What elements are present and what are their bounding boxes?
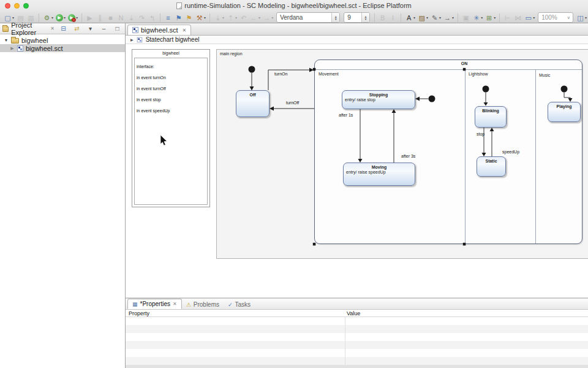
properties-table-header: Property Value — [126, 310, 588, 317]
statechart-canvas[interactable]: bigwheel interface: in event turnOn in e… — [126, 44, 588, 297]
zoom-fit-button[interactable]: ▭▾ — [524, 13, 535, 23]
view-menu-icon: ▾ — [86, 25, 94, 33]
title-separator — [315, 69, 582, 70]
fill-color-icon: ▨ — [418, 13, 426, 23]
tab-tasks[interactable]: ✓Tasks — [224, 300, 255, 309]
region-divider[interactable] — [465, 69, 466, 243]
arrange-icon: ✳ — [472, 13, 480, 23]
expander-icon[interactable]: ▶ — [10, 46, 15, 51]
definition-section[interactable]: bigwheel interface: in event turnOn in e… — [132, 49, 210, 207]
region-lightshow-label[interactable]: Lightshow — [469, 72, 488, 76]
copy-appearance-icon: ▣ — [462, 13, 470, 23]
match-size-button: ⋈ — [513, 13, 522, 23]
properties-icon: ▦ — [132, 301, 138, 307]
close-icon[interactable]: ✕ — [50, 26, 55, 31]
state-on[interactable]: ON Movement Lightshow Music — [314, 59, 582, 244]
close-icon[interactable]: ✕ — [173, 301, 177, 307]
tasks-icon: ✓ — [228, 302, 233, 308]
minimize-icon: – — [100, 25, 108, 33]
state-off[interactable]: Off — [236, 90, 270, 117]
italic-icon: I — [389, 13, 397, 23]
problems-icon: ⚠ — [186, 302, 191, 308]
close-icon[interactable]: ✕ — [183, 28, 187, 33]
definition-editor[interactable]: interface: in event turnOn in event turn… — [134, 58, 208, 205]
toggle-marker-icon: ⚑ — [175, 13, 183, 23]
project-explorer-view: Project Explorer ✕ ⊟⇄▾–□ ▼ bigwheel ▶ bi… — [0, 23, 126, 368]
prev-annotation-icon: ⇡ — [227, 13, 235, 23]
disconnect-icon: N — [117, 13, 125, 23]
sidebar-item-bigwheel[interactable]: ▼ bigwheel — [0, 36, 125, 44]
state-blinking[interactable]: Blinking — [475, 106, 507, 128]
font-color-icon: A — [405, 13, 413, 23]
maximize-icon: □ — [113, 25, 121, 33]
zoom-combo[interactable]: 100% ∨ — [538, 12, 573, 23]
open-element-icon: ≡ — [164, 13, 172, 23]
next-annotation-icon: ⇣ — [214, 13, 222, 23]
font-name-stepper[interactable]: ▲▼ — [331, 13, 339, 22]
statechart-breadcrumb[interactable]: ▶ Statechart bigwheel — [126, 36, 588, 44]
view-menu-button[interactable]: ▾ — [86, 24, 95, 34]
layout-button[interactable]: ⊞▾ — [484, 13, 496, 23]
step-return-button: ↰ — [148, 13, 157, 23]
minimize-button[interactable]: – — [99, 24, 108, 34]
font-color-button[interactable]: A▾ — [404, 13, 416, 23]
project-label: bigwheel — [21, 37, 48, 44]
line-color-button[interactable]: ✎▾ — [430, 13, 442, 23]
maximize-button[interactable]: □ — [113, 24, 122, 34]
search-button[interactable]: ⚑ — [184, 13, 194, 23]
properties-table-body[interactable] — [126, 317, 588, 368]
file-label: bigwheel.sct — [26, 45, 63, 52]
run-icon: ▶ — [56, 14, 63, 21]
bold-icon: B — [379, 13, 386, 23]
tab-bigwheel-sct[interactable]: bigwheel.sct ✕ — [127, 25, 191, 35]
horizontal-scrollbar[interactable] — [126, 365, 588, 368]
definition-text: interface: in event turnOn in event turn… — [137, 64, 170, 113]
region-music-label[interactable]: Music — [539, 73, 550, 77]
region-movement-label[interactable]: Movement — [318, 72, 339, 76]
arrange-button[interactable]: ✳▾ — [472, 13, 483, 23]
sidebar-item-bigwheel-sct[interactable]: ▶ bigwheel.sct — [0, 44, 125, 52]
search-icon: ⚑ — [185, 13, 193, 23]
open-element-button[interactable]: ≡ — [164, 13, 173, 23]
collapse-all-button[interactable]: ⊟ — [59, 24, 68, 34]
font-size-combo[interactable]: 9 ▲▼ — [344, 12, 370, 23]
definition-title: bigwheel — [132, 50, 209, 55]
font-name-combo[interactable]: Verdana ▲▼ — [276, 12, 340, 23]
external-tools-button[interactable]: ⚒▾ — [195, 13, 206, 23]
properties-view: ▦*Properties✕⚠Problems✓Tasks Property Va… — [126, 299, 588, 368]
expander-icon[interactable]: ▶ — [130, 37, 134, 42]
tab-project-explorer[interactable]: Project Explorer ✕ — [2, 21, 58, 36]
state-playing[interactable]: Playing — [548, 102, 581, 122]
run-config-button[interactable]: ▶▾ — [67, 13, 78, 23]
statechart-icon — [137, 37, 142, 42]
tab-problems[interactable]: ⚠Problems — [182, 300, 224, 309]
props-tabs: ▦*Properties✕⚠Problems✓Tasks — [126, 299, 588, 310]
toggle-marker-button[interactable]: ⚑ — [174, 13, 183, 23]
back-button: ←▾ — [249, 13, 261, 23]
project-explorer-title: Project Explorer — [11, 21, 47, 36]
state-moving[interactable]: Moving entry/ raise speedUp — [343, 163, 415, 186]
grid-button[interactable]: ◫▾ — [576, 13, 587, 23]
column-property[interactable]: Property — [129, 310, 149, 316]
step-return-icon: ↰ — [148, 13, 156, 23]
state-static[interactable]: Static — [477, 156, 506, 177]
state-stopping[interactable]: Stopping entry/ raise stop — [342, 90, 415, 109]
statechart-file-icon — [132, 27, 138, 33]
window-chrome: runtime-Simulation - SC Modeling - bigwh… — [0, 0, 588, 23]
tab-properties[interactable]: ▦*Properties✕ — [127, 299, 182, 309]
fill-color-button[interactable]: ▨▾ — [417, 13, 429, 23]
font-size-stepper[interactable]: ▲▼ — [361, 13, 369, 22]
chevron-down-icon: ∨ — [565, 15, 573, 20]
external-tools-icon: ⚒ — [195, 13, 203, 23]
statechart-file-icon — [17, 45, 23, 52]
zoom-value: 100% — [538, 14, 565, 21]
line-style-button[interactable]: →▾ — [443, 13, 454, 23]
link-with-editor-icon: ⇄ — [73, 25, 81, 33]
on-state-title[interactable]: ON — [461, 61, 468, 66]
editor-tab-label: bigwheel.sct — [141, 26, 178, 34]
link-with-editor-button[interactable]: ⇄ — [72, 24, 81, 34]
region-divider[interactable] — [535, 69, 536, 243]
titlebar[interactable]: runtime-Simulation - SC Modeling - bigwh… — [0, 0, 588, 12]
expander-icon[interactable]: ▼ — [4, 38, 9, 42]
column-value[interactable]: Value — [347, 310, 360, 316]
